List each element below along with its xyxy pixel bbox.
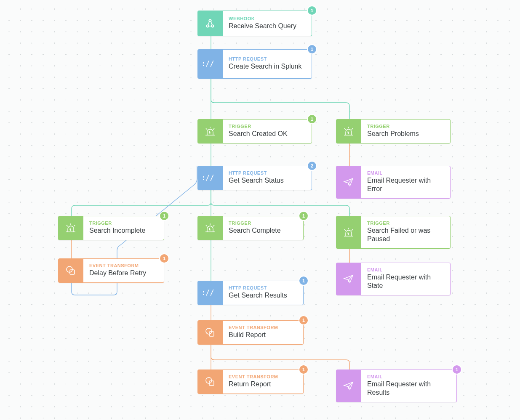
node-badge: 1 (160, 254, 168, 263)
workflow-node-n5[interactable]: ://HTTP REQUESTGet Search Status (197, 166, 312, 190)
node-body: TRIGGERSearch Incomplete (83, 216, 164, 240)
node-category: TRIGGER (367, 124, 444, 129)
node-category: HTTP REQUEST (229, 170, 306, 175)
http-icon: :// (197, 166, 223, 190)
siren-icon (336, 119, 361, 144)
node-body: TRIGGERSearch Failed or was Paused (361, 216, 451, 249)
node-category: TRIGGER (229, 124, 306, 129)
svg-line-19 (206, 225, 207, 226)
svg-text:://: :// (201, 59, 214, 68)
workflow-node-n9[interactable]: TRIGGERSearch Failed or was Paused (336, 216, 451, 249)
node-body: HTTP REQUESTGet Search Status (223, 166, 312, 190)
siren-icon (197, 216, 223, 240)
svg-point-30 (206, 377, 212, 383)
siren-icon (197, 119, 223, 144)
workflow-node-n12[interactable]: ://HTTP REQUESTGet Search Results (197, 281, 304, 305)
svg-line-10 (344, 128, 346, 130)
node-category: EMAIL (367, 170, 444, 175)
svg-line-16 (74, 225, 75, 226)
workflow-node-n1[interactable]: WEBHOOKReceive Search Query (197, 11, 312, 36)
paper-plane-icon (336, 166, 361, 199)
node-category: TRIGGER (89, 221, 158, 226)
svg-text:://: :// (201, 173, 214, 182)
svg-point-1 (211, 25, 213, 27)
paper-plane-icon (336, 263, 361, 295)
node-badge: 1 (308, 6, 316, 15)
node-body: EVENT TRANSFORMDelay Before Retry (83, 258, 164, 283)
node-body: EMAILEmail Requester with Results (361, 369, 457, 402)
node-title: Email Requester with Error (367, 176, 444, 193)
node-category: TRIGGER (367, 221, 444, 226)
node-badge: 1 (453, 365, 461, 374)
node-body: EVENT TRANSFORMBuild Report (223, 320, 304, 345)
http-icon: :// (197, 49, 223, 79)
node-body: HTTP REQUESTCreate Search in Splunk (223, 49, 312, 79)
node-category: EMAIL (367, 267, 444, 272)
node-body: EMAILEmail Requester with State (361, 263, 451, 295)
svg-point-0 (206, 25, 208, 27)
node-category: HTTP REQUEST (229, 285, 297, 290)
webhook-icon (197, 11, 223, 36)
siren-icon (336, 216, 361, 249)
svg-line-7 (213, 128, 214, 130)
svg-line-15 (67, 225, 68, 226)
node-category: EVENT TRANSFORM (229, 374, 297, 379)
node-body: EVENT TRANSFORMReturn Report (223, 369, 304, 394)
svg-line-11 (352, 128, 353, 130)
workflow-node-n2[interactable]: ://HTTP REQUESTCreate Search in Splunk (197, 49, 312, 79)
svg-line-24 (352, 229, 353, 231)
node-badge: 1 (308, 115, 316, 123)
node-title: Build Report (229, 331, 297, 339)
node-category: EMAIL (367, 374, 451, 379)
workflow-node-n8[interactable]: TRIGGERSearch Complete (197, 216, 304, 240)
node-badge: 1 (299, 212, 308, 220)
http-icon: :// (197, 281, 223, 305)
node-badge: 1 (299, 365, 308, 374)
workflow-node-n14[interactable]: EVENT TRANSFORMReturn Report (197, 369, 304, 394)
node-badge: 1 (299, 276, 308, 285)
siren-icon (58, 216, 83, 240)
node-badge: 1 (299, 316, 308, 324)
workflow-node-n6[interactable]: EMAILEmail Requester with Error (336, 166, 451, 199)
paper-plane-icon (336, 369, 361, 402)
node-body: TRIGGERSearch Created OK (223, 119, 312, 144)
node-category: WEBHOOK (229, 16, 306, 21)
svg-point-28 (206, 328, 212, 334)
node-title: Search Failed or was Paused (367, 226, 444, 243)
node-category: TRIGGER (229, 221, 297, 226)
workflow-node-n13[interactable]: EVENT TRANSFORMBuild Report (197, 320, 304, 345)
svg-line-20 (213, 225, 214, 226)
node-body: TRIGGERSearch Problems (361, 119, 451, 144)
node-badge: 2 (308, 162, 316, 170)
workflow-node-n15[interactable]: EMAILEmail Requester with Results (336, 369, 457, 402)
node-title: Search Complete (229, 226, 297, 235)
workflow-node-n11[interactable]: EMAILEmail Requester with State (336, 263, 451, 295)
node-title: Email Requester with State (367, 273, 444, 290)
node-title: Get Search Results (229, 291, 297, 300)
node-title: Search Incomplete (89, 226, 158, 235)
svg-line-23 (344, 229, 346, 231)
workflow-node-n3[interactable]: TRIGGERSearch Created OK (197, 119, 312, 144)
workflow-node-n4[interactable]: TRIGGERSearch Problems (336, 119, 451, 144)
node-badge: 1 (308, 45, 316, 53)
node-category: EVENT TRANSFORM (229, 325, 297, 330)
node-title: Search Created OK (229, 130, 306, 138)
node-body: WEBHOOKReceive Search Query (223, 11, 312, 36)
svg-line-6 (206, 128, 207, 130)
node-body: HTTP REQUESTGet Search Results (223, 281, 304, 305)
overlap-squares-icon (197, 320, 223, 345)
node-category: HTTP REQUEST (229, 56, 306, 61)
node-title: Email Requester with Results (367, 380, 451, 397)
workflow-node-n7[interactable]: TRIGGERSearch Incomplete (58, 216, 164, 240)
node-category: EVENT TRANSFORM (89, 263, 158, 268)
workflow-node-n10[interactable]: EVENT TRANSFORMDelay Before Retry (58, 258, 164, 283)
svg-text:://: :// (201, 288, 214, 297)
node-body: EMAILEmail Requester with Error (361, 166, 451, 199)
node-title: Receive Search Query (229, 22, 306, 30)
overlap-squares-icon (58, 258, 83, 283)
node-title: Create Search in Splunk (229, 62, 306, 71)
node-body: TRIGGERSearch Complete (223, 216, 304, 240)
node-title: Get Search Status (229, 176, 306, 185)
node-title: Search Problems (367, 130, 444, 138)
workflow-canvas[interactable]: .c-teal {stroke:#70d6b7;} .c-blue{stroke… (0, 0, 520, 420)
